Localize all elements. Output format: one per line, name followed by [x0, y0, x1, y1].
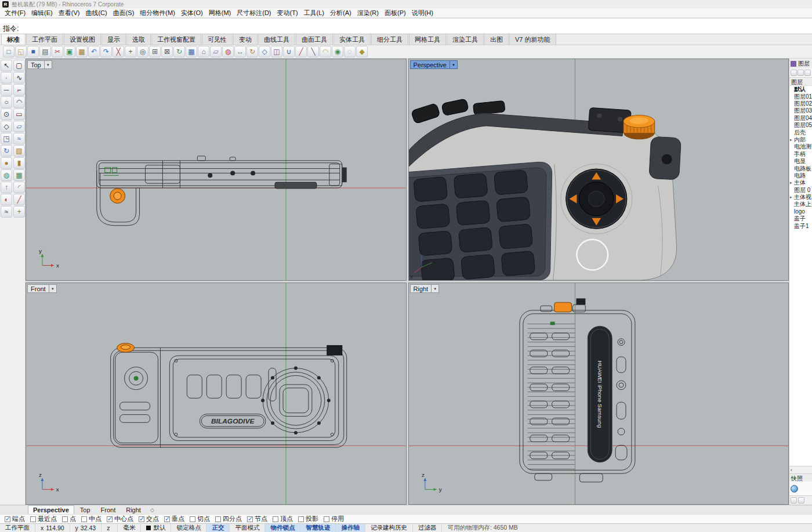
- status-toggle[interactable]: 过滤器: [413, 524, 443, 532]
- viewport-perspective-label[interactable]: Perspective: [410, 60, 450, 69]
- ribbon-tab[interactable]: 显示: [102, 34, 126, 45]
- viewport-front[interactable]: BILAGODIVE: [26, 283, 407, 505]
- layer-row[interactable]: 电显: [789, 158, 812, 165]
- ribbon-tab[interactable]: 出图: [484, 34, 509, 45]
- zoom-window-icon[interactable]: ⊞: [149, 46, 161, 57]
- select-points-icon[interactable]: ▢: [13, 60, 25, 71]
- checkbox-icon[interactable]: [30, 516, 36, 522]
- osnap-toggle[interactable]: 交点: [139, 515, 159, 523]
- lock-icon[interactable]: ◆: [356, 46, 368, 57]
- layer-list-hscrollbar[interactable]: [789, 466, 812, 473]
- layer-row[interactable]: 盖子1: [789, 222, 812, 229]
- save-icon[interactable]: ■: [27, 46, 39, 57]
- command-input[interactable]: 指令:: [0, 23, 812, 34]
- layers-panel-tab[interactable]: 图层: [789, 59, 812, 68]
- viewport-tab[interactable]: Front: [96, 506, 121, 513]
- rectangle-icon[interactable]: ▭: [13, 108, 25, 120]
- osnap-toggle[interactable]: 中点: [81, 515, 102, 523]
- sweep-icon[interactable]: ≈: [13, 133, 25, 144]
- layer-row[interactable]: 图层02: [789, 100, 812, 107]
- cylinder-icon[interactable]: ▮: [13, 157, 25, 169]
- undo-icon[interactable]: ↶: [88, 46, 100, 57]
- extrude-icon[interactable]: ↑: [1, 182, 12, 193]
- menu-item[interactable]: 工具(L): [301, 8, 327, 18]
- ribbon-tab[interactable]: 选取: [126, 34, 151, 45]
- status-toggle[interactable]: 平面模式: [230, 524, 265, 532]
- scroll-left-icon[interactable]: [791, 467, 792, 473]
- layer-row[interactable]: 内部: [789, 136, 812, 143]
- menu-item[interactable]: 渲染(R): [354, 8, 382, 18]
- status-toggle[interactable]: 智慧轨迹: [300, 524, 336, 532]
- layer-expander-icon[interactable]: [790, 195, 794, 200]
- osnap-toggle[interactable]: 切点: [190, 515, 210, 523]
- menu-item[interactable]: 编辑(E): [28, 8, 56, 18]
- curve-icon[interactable]: ∿: [13, 72, 25, 84]
- viewport-right[interactable]: HUAWEI iPhone Samsung z: [408, 283, 789, 505]
- menu-item[interactable]: 分析(A): [327, 8, 354, 18]
- arc-icon[interactable]: ◠: [13, 96, 25, 108]
- checkbox-icon[interactable]: [190, 516, 195, 522]
- ribbon-tab[interactable]: 网格工具: [409, 34, 446, 45]
- print-icon[interactable]: ▤: [39, 46, 51, 57]
- chevron-down-icon[interactable]: [432, 284, 439, 293]
- checkbox-icon[interactable]: [139, 516, 144, 522]
- scale-icon[interactable]: ◇: [259, 46, 270, 57]
- box-icon[interactable]: ▧: [13, 145, 25, 157]
- fillet-edge-icon[interactable]: ◜: [13, 182, 25, 193]
- menu-item[interactable]: 网格(M): [206, 8, 234, 18]
- transform-icon[interactable]: +: [13, 206, 25, 218]
- osnap-toggle[interactable]: 最近点: [30, 515, 57, 523]
- paste-icon[interactable]: ▦: [76, 46, 88, 57]
- menu-item[interactable]: 细分物件(M): [137, 8, 178, 18]
- new-file-icon[interactable]: □: [3, 46, 14, 57]
- viewport-right-label[interactable]: Right: [410, 284, 432, 293]
- status-toggle[interactable]: 记录建构历史: [365, 524, 413, 532]
- subd-icon[interactable]: ◍: [1, 169, 12, 181]
- top-view-canvas[interactable]: y x: [26, 59, 406, 280]
- osnap-toggle[interactable]: 顶点: [273, 515, 293, 523]
- revolve-icon[interactable]: ↻: [1, 145, 12, 157]
- viewport-tab[interactable]: Top: [75, 506, 95, 513]
- layer-row[interactable]: 电路: [789, 172, 812, 179]
- checkbox-icon[interactable]: [81, 516, 87, 522]
- chevron-down-icon[interactable]: [45, 60, 52, 69]
- snapshots-header[interactable]: 快照: [789, 473, 812, 482]
- pan-view-icon[interactable]: +: [125, 46, 136, 57]
- delete-icon[interactable]: ╳: [113, 46, 124, 57]
- snapshot-options-icon[interactable]: [798, 497, 804, 504]
- offset-icon[interactable]: ≈: [1, 206, 12, 218]
- copy-icon[interactable]: ▣: [64, 46, 75, 57]
- new-layer-icon[interactable]: [791, 70, 797, 76]
- ribbon-tab[interactable]: 工作平面: [26, 34, 63, 45]
- menu-item[interactable]: 查看(V): [56, 8, 83, 18]
- ellipse-icon[interactable]: ⊙: [1, 108, 12, 120]
- cut-icon[interactable]: ✂: [52, 46, 63, 57]
- surface-from-curves-icon[interactable]: ◳: [1, 133, 12, 144]
- osnap-toggle[interactable]: 点: [62, 515, 76, 523]
- checkbox-icon[interactable]: [164, 516, 170, 522]
- status-toggle[interactable]: 正交: [206, 524, 230, 532]
- layer-row[interactable]: 电池测试: [789, 143, 812, 150]
- mirror-icon[interactable]: ◫: [271, 46, 282, 57]
- boolean-icon[interactable]: ◐: [1, 194, 12, 205]
- save-snapshot-icon[interactable]: [791, 497, 797, 504]
- layer-row[interactable]: 主体: [789, 179, 812, 186]
- layer-row[interactable]: 盖子: [789, 215, 812, 222]
- viewport-top-label[interactable]: Top: [27, 60, 45, 69]
- menu-item[interactable]: 说明(H): [409, 8, 436, 18]
- ribbon-tab[interactable]: 可见性: [202, 34, 233, 45]
- redo-icon[interactable]: ↷: [100, 46, 112, 57]
- trim-curve-icon[interactable]: ╱: [13, 194, 25, 205]
- layer-row[interactable]: 图层04: [789, 115, 812, 122]
- units-readout[interactable]: 毫米: [118, 524, 141, 532]
- layer-row[interactable]: 电路板: [789, 165, 812, 172]
- osnap-toggle[interactable]: 垂点: [164, 515, 184, 523]
- current-layer-chip[interactable]: 默认: [141, 524, 171, 532]
- viewport-top[interactable]: y x Top: [26, 59, 407, 281]
- menu-item[interactable]: 文件(F): [2, 8, 28, 18]
- polyline-icon[interactable]: ⌐: [13, 84, 25, 96]
- ribbon-tab[interactable]: 细分工具: [371, 34, 408, 45]
- hide-icon[interactable]: ◌: [344, 46, 356, 57]
- chevron-down-icon[interactable]: [49, 284, 57, 293]
- layer-row[interactable]: 图层03: [789, 107, 812, 114]
